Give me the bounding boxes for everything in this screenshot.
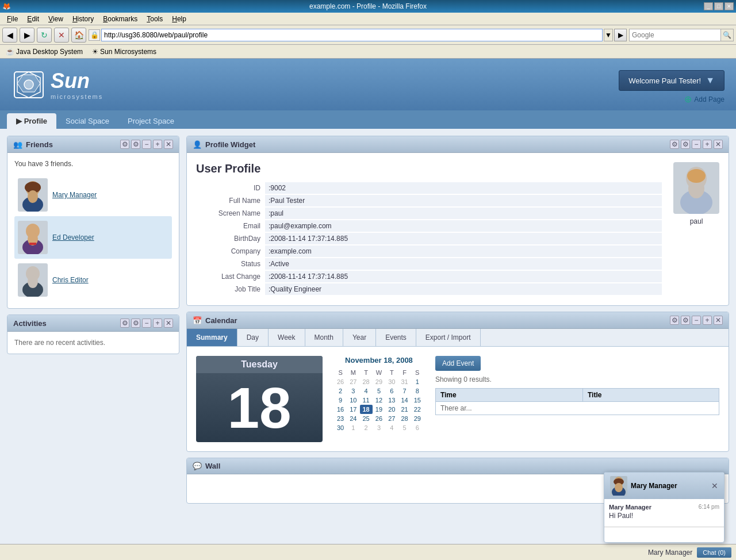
cal-day[interactable]: 29 — [411, 414, 424, 423]
menu-file[interactable]: File — [2, 14, 22, 24]
cal-day[interactable]: 2 — [334, 386, 347, 396]
cal-day[interactable]: 3 — [373, 423, 385, 432]
url-input[interactable] — [101, 29, 603, 41]
cal-day[interactable]: 28 — [360, 377, 373, 386]
cal-day[interactable]: 20 — [385, 405, 398, 414]
cal-day[interactable]: 4 — [385, 423, 398, 432]
cal-day[interactable]: 15 — [411, 396, 424, 405]
friends-close-button[interactable]: ✕ — [164, 140, 173, 149]
chat-input-field[interactable] — [607, 530, 722, 540]
back-button[interactable]: ◀ — [2, 28, 17, 43]
menu-tools[interactable]: Tools — [142, 14, 167, 24]
activities-minimize-button[interactable]: − — [142, 319, 151, 328]
friends-config-button[interactable]: ⚙ — [120, 140, 129, 149]
cal-tab-day[interactable]: Day — [237, 329, 269, 346]
add-event-button[interactable]: Add Event — [435, 356, 481, 371]
cal-day[interactable]: 2 — [360, 423, 373, 432]
tab-project-space[interactable]: Project Space — [118, 113, 183, 129]
forward-button[interactable]: ▶ — [20, 28, 34, 43]
cal-day[interactable]: 5 — [398, 423, 411, 432]
cal-day[interactable]: 9 — [334, 396, 347, 405]
friends-minimize-button[interactable]: − — [142, 140, 151, 149]
profile-config-button[interactable]: ⚙ — [670, 140, 679, 149]
cal-day[interactable]: 30 — [385, 377, 398, 386]
activities-add-button[interactable]: + — [153, 319, 162, 328]
welcome-button[interactable]: Welcome Paul Tester! ▼ — [619, 70, 724, 91]
cal-day[interactable]: 6 — [411, 423, 424, 432]
cal-day[interactable]: 8 — [411, 386, 424, 396]
friend-name-mary[interactable]: Mary Manager — [52, 191, 97, 199]
cal-day[interactable]: 25 — [360, 414, 373, 423]
cal-day[interactable]: 3 — [347, 386, 359, 396]
activities-settings-button[interactable]: ⚙ — [131, 319, 140, 328]
cal-day[interactable]: 31 — [398, 377, 411, 386]
friends-settings-button[interactable]: ⚙ — [131, 140, 140, 149]
cal-tab-summary[interactable]: Summary — [187, 329, 237, 346]
activities-close-button[interactable]: ✕ — [164, 319, 173, 328]
cal-day[interactable]: 11 — [360, 396, 373, 405]
cal-day[interactable]: 27 — [347, 377, 359, 386]
search-button[interactable]: 🔍 — [721, 29, 734, 41]
tab-profile[interactable]: ▶ Profile — [7, 113, 56, 129]
menu-help[interactable]: Help — [167, 14, 191, 24]
cal-day[interactable]: 23 — [334, 414, 347, 423]
profile-settings-button[interactable]: ⚙ — [681, 140, 690, 149]
home-button[interactable]: 🏠 — [71, 28, 86, 43]
cal-day[interactable]: 21 — [398, 405, 411, 414]
go-button[interactable]: ▶ — [614, 29, 627, 41]
calendar-minimize-button[interactable]: − — [692, 316, 701, 325]
cal-day[interactable]: 26 — [373, 414, 385, 423]
cal-day[interactable]: 17 — [347, 405, 359, 414]
menu-history[interactable]: History — [68, 14, 98, 24]
close-button[interactable]: ✕ — [724, 2, 734, 10]
url-dropdown-button[interactable]: ▼ — [604, 29, 613, 41]
cal-day[interactable]: 24 — [347, 414, 359, 423]
cal-day[interactable]: 10 — [347, 396, 359, 405]
menu-edit[interactable]: Edit — [22, 14, 44, 24]
friend-item-ed[interactable]: Ed Developer — [14, 216, 172, 259]
search-input[interactable] — [629, 29, 721, 41]
cal-day[interactable]: 19 — [373, 405, 385, 414]
cal-day[interactable]: 22 — [411, 405, 424, 414]
bookmark-sun[interactable]: ☀ Sun Microsystems — [89, 47, 160, 57]
cal-day[interactable]: 29 — [373, 377, 385, 386]
friend-name-chris[interactable]: Chris Editor — [52, 276, 89, 284]
calendar-config-button[interactable]: ⚙ — [670, 316, 679, 325]
friend-item-chris[interactable]: Chris Editor — [14, 259, 172, 301]
stop-button[interactable]: ✕ — [54, 28, 69, 43]
restore-button[interactable]: □ — [714, 2, 723, 10]
profile-add-button[interactable]: + — [703, 140, 712, 149]
profile-close-button[interactable]: ✕ — [714, 140, 723, 149]
cal-day[interactable]: 6 — [385, 386, 398, 396]
cal-day[interactable]: 14 — [398, 396, 411, 405]
cal-tab-week[interactable]: Week — [269, 329, 305, 346]
activities-config-button[interactable]: ⚙ — [120, 319, 129, 328]
cal-day[interactable]: 13 — [385, 396, 398, 405]
minimize-button[interactable]: _ — [704, 2, 713, 10]
cal-tab-year[interactable]: Year — [343, 329, 376, 346]
friend-item-mary[interactable]: Mary Manager — [14, 174, 172, 216]
friends-add-button[interactable]: + — [153, 140, 162, 149]
bookmark-java[interactable]: ☕ Java Desktop System — [2, 47, 86, 57]
add-page-button[interactable]: ⊕ Add Page — [684, 94, 724, 105]
reload-button[interactable]: ↻ — [37, 28, 52, 43]
menu-view[interactable]: View — [44, 14, 68, 24]
cal-day-today[interactable]: 18 — [360, 405, 373, 414]
cal-day[interactable]: 5 — [373, 386, 385, 396]
cal-tab-export[interactable]: Export / Import — [416, 329, 481, 346]
profile-minimize-button[interactable]: − — [692, 140, 701, 149]
calendar-add-button[interactable]: + — [703, 316, 712, 325]
calendar-close-button[interactable]: ✕ — [714, 316, 723, 325]
cal-day[interactable]: 12 — [373, 396, 385, 405]
cal-day[interactable]: 26 — [334, 377, 347, 386]
cal-day[interactable]: 28 — [398, 414, 411, 423]
cal-day[interactable]: 27 — [385, 414, 398, 423]
cal-tab-events[interactable]: Events — [376, 329, 416, 346]
cal-day[interactable]: 30 — [334, 423, 347, 432]
cal-day[interactable]: 1 — [411, 377, 424, 386]
cal-tab-month[interactable]: Month — [305, 329, 343, 346]
friend-name-ed[interactable]: Ed Developer — [52, 233, 94, 241]
cal-day[interactable]: 16 — [334, 405, 347, 414]
tab-social-space[interactable]: Social Space — [56, 113, 118, 129]
cal-day[interactable]: 4 — [360, 386, 373, 396]
